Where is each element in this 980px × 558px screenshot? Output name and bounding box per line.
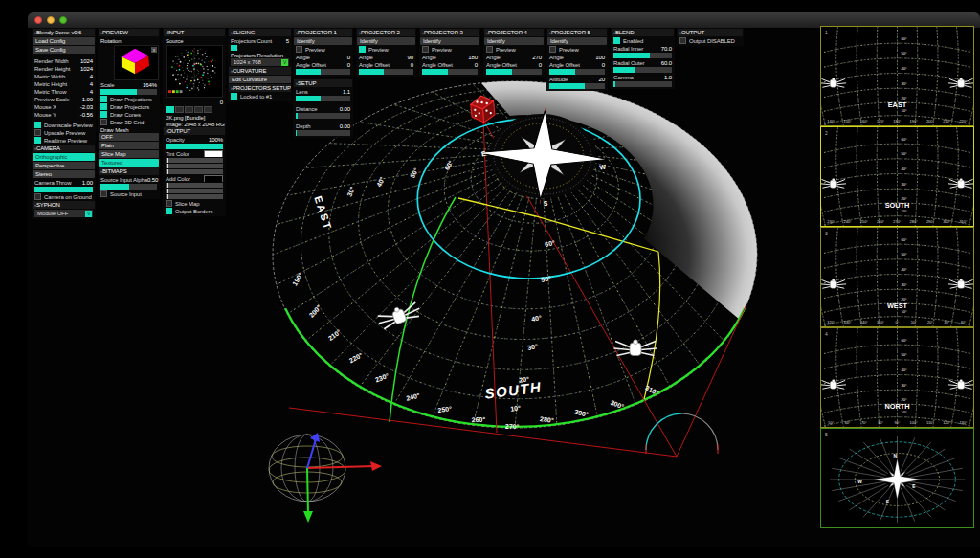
upscale-preview-checkbox[interactable]: Upscale Preview: [33, 129, 95, 136]
output-borders-checkbox[interactable]: Output Borders: [164, 208, 225, 214]
identify-button[interactable]: Identify: [420, 37, 479, 45]
module-chip[interactable]: V: [85, 211, 92, 217]
projector-2-section-header[interactable]: PROJECTOR 2: [357, 29, 415, 36]
color-channel-slider[interactable]: [166, 189, 223, 193]
module-off-select[interactable]: Module OFFV: [34, 210, 93, 217]
slider-track[interactable]: [100, 184, 157, 190]
save-config-button[interactable]: Save Config: [33, 46, 95, 54]
blend-section-header[interactable]: BLEND: [612, 29, 674, 36]
slider-track[interactable]: [613, 53, 672, 58]
projector-preview-3[interactable]: 60°50°40°30°20°10°320°330°340°350°0°10°2…: [820, 227, 974, 327]
projector-4-section-header[interactable]: PROJECTOR 4: [484, 29, 544, 36]
angle-offset-value[interactable]: 0: [411, 62, 413, 68]
draw-cones-checkbox[interactable]: Draw Cones: [99, 111, 159, 118]
render-height-value[interactable]: 1024: [80, 66, 93, 72]
projector-preview-4[interactable]: 60°50°40°30°20°10°50°60°70°80°90°100°110…: [820, 327, 974, 428]
radial-inner-value[interactable]: 70.0: [661, 46, 672, 52]
color-channel-slider[interactable]: [166, 183, 223, 188]
angle-offset-value[interactable]: 0: [602, 62, 605, 68]
preview-checkbox[interactable]: Preview: [294, 46, 352, 53]
value[interactable]: 0: [220, 100, 223, 105]
slider-track[interactable]: [100, 89, 157, 95]
enabled-checkbox[interactable]: Enabled: [612, 37, 674, 44]
dice-marker[interactable]: [470, 95, 496, 123]
slider-track[interactable]: [34, 187, 93, 192]
orthographic-option[interactable]: Orthographic: [33, 153, 95, 161]
bitmaps-section-header[interactable]: BITMAPS: [99, 167, 159, 175]
preview-checkbox[interactable]: Preview: [547, 46, 607, 53]
projectors-count-value[interactable]: 5: [286, 38, 289, 44]
load-config-button[interactable]: Load Config: [33, 37, 95, 45]
slider-track[interactable]: [613, 81, 672, 87]
angle-value[interactable]: 90: [408, 55, 413, 60]
identify-button[interactable]: Identify: [294, 37, 352, 45]
input-section-header[interactable]: INPUT: [164, 29, 225, 36]
radial-outer-value[interactable]: 60.0: [661, 60, 672, 66]
projectors-setup-section-header[interactable]: PROJECTORS SETUP: [229, 84, 291, 92]
color-channel-slider[interactable]: [166, 158, 223, 163]
opacity-value[interactable]: 100%: [209, 137, 223, 143]
preview-checkbox[interactable]: Preview: [357, 46, 415, 53]
output-section-header[interactable]: OUTPUT: [678, 29, 743, 36]
rotation-preview-box[interactable]: x: [114, 45, 159, 80]
draw-projectors-checkbox[interactable]: Draw Projectors: [99, 103, 159, 110]
add-color-swatch[interactable]: [204, 175, 223, 182]
angle-offset-value[interactable]: 0: [539, 62, 542, 68]
projector-preview-2[interactable]: 60°50°40°30°20°10°230°240°250°260°270°28…: [820, 126, 974, 227]
angle-offset-value[interactable]: 0: [347, 62, 350, 68]
syphon-section-header[interactable]: SYPHON: [33, 201, 95, 209]
preview-section-header[interactable]: PREVIEW: [99, 29, 159, 36]
color-channel-slider[interactable]: [166, 164, 223, 168]
projector-preview-5[interactable]: NSWE5: [820, 428, 974, 528]
angle-offset-value[interactable]: 0: [475, 62, 478, 68]
output-section-header[interactable]: OUTPUT: [164, 127, 225, 135]
source-input-checkbox[interactable]: Source Input: [99, 190, 159, 197]
metric-height-value[interactable]: 4: [90, 81, 93, 87]
slider-track[interactable]: [486, 69, 542, 75]
altitude-value[interactable]: 20: [599, 77, 605, 82]
camera-section-header[interactable]: CAMERA: [33, 145, 95, 152]
lens-value[interactable]: 1.1: [343, 89, 350, 95]
edit-curvature-button[interactable]: Edit Curvature: [229, 76, 291, 83]
color-channel-slider[interactable]: [166, 194, 223, 199]
camera-on-ground-checkbox[interactable]: Camera on Ground: [33, 193, 95, 200]
off-option[interactable]: OFF: [99, 133, 159, 141]
projector-preview-1[interactable]: 60°50°40°30°20°10°140°150°160°170°180°19…: [820, 26, 974, 126]
camera-throw-value[interactable]: 1.00: [82, 180, 93, 186]
page-button[interactable]: [175, 106, 184, 113]
slider-track[interactable]: [296, 69, 350, 75]
tint-color-swatch[interactable]: [204, 150, 223, 157]
slider-track[interactable]: [296, 130, 350, 136]
slider-track[interactable]: [296, 113, 350, 119]
gamma-value[interactable]: 1.0: [664, 75, 672, 80]
close-icon[interactable]: x: [151, 47, 157, 53]
preview-checkbox[interactable]: Preview: [484, 46, 544, 53]
downscale-preview-checkbox[interactable]: Downscale Preview: [33, 122, 95, 128]
dropdown-chip[interactable]: V: [281, 59, 288, 66]
angle-value[interactable]: 180: [468, 55, 478, 60]
angle-value[interactable]: 0: [347, 55, 350, 60]
page-button[interactable]: [194, 106, 203, 113]
slicing-section-header[interactable]: SLICING: [229, 29, 291, 36]
perspective-option[interactable]: Perspective: [33, 162, 95, 169]
identify-button[interactable]: Identify: [547, 37, 607, 45]
identify-button[interactable]: Identify: [357, 37, 415, 45]
render-width-value[interactable]: 1024: [80, 58, 93, 64]
slice-map-checkbox[interactable]: Slice Map: [164, 200, 225, 207]
scale-value[interactable]: 164%: [143, 82, 157, 88]
page-button[interactable]: [185, 106, 193, 113]
stereo-option[interactable]: Stereo: [33, 170, 95, 178]
draw-3d-grid-checkbox[interactable]: Draw 3D Grid: [99, 119, 159, 125]
color-channel-slider[interactable]: [166, 169, 223, 174]
draw-projections-checkbox[interactable]: Draw Projections: [99, 96, 159, 102]
mouse-x-value[interactable]: -2.03: [80, 104, 93, 110]
plain-option[interactable]: Plain: [99, 142, 159, 149]
slider-track[interactable]: [422, 69, 478, 75]
page-button[interactable]: [204, 106, 212, 113]
setup-section-header[interactable]: SETUP: [294, 79, 352, 87]
slider-track[interactable]: [613, 67, 672, 73]
slider-track[interactable]: [549, 83, 605, 89]
projector-1-section-header[interactable]: PROJECTOR 1: [294, 29, 352, 36]
metric-throw-value[interactable]: 4: [90, 89, 93, 95]
preview-scale-value[interactable]: 1.00: [82, 97, 93, 102]
